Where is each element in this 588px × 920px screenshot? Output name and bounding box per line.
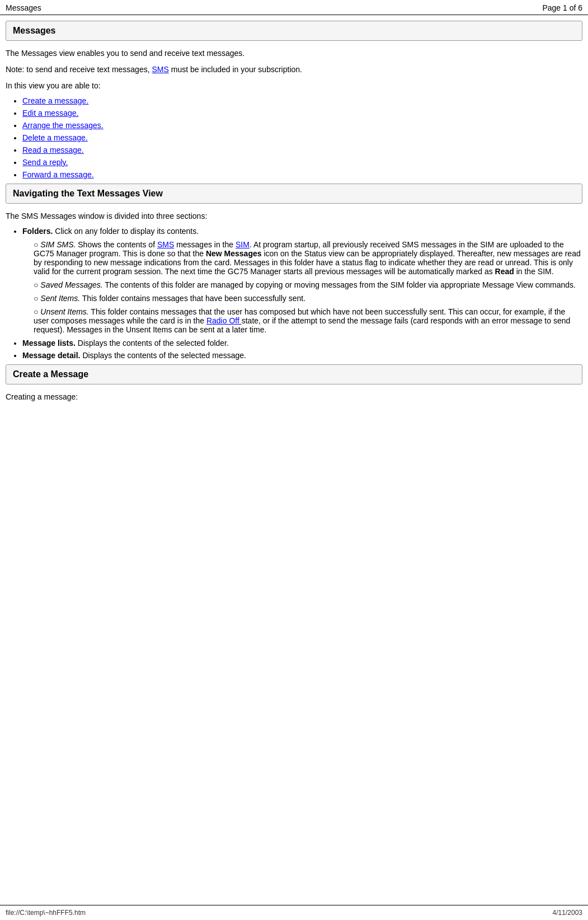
message-lists-desc: Displays the contents of the selected fo…	[76, 339, 229, 348]
saved-messages-item: Saved Messages. The contents of this fol…	[34, 280, 582, 289]
create-heading: Create a Message	[13, 369, 575, 379]
list-item: Create a message.	[22, 96, 582, 105]
new-messages-bold: New Messages	[206, 249, 262, 258]
messages-intro1: The Messages view enables you to send an…	[6, 48, 582, 59]
header-title: Messages	[6, 3, 41, 12]
arrange-messages-link[interactable]: Arrange the messages.	[22, 121, 104, 130]
footer-date: 4/11/2003	[553, 909, 582, 917]
footer-file-path: file://C:\temp\~hhFFF5.htm	[6, 909, 86, 917]
message-detail-label: Message detail.	[22, 351, 81, 360]
page-footer: file://C:\temp\~hhFFF5.htm 4/11/2003	[0, 905, 588, 920]
sim-sms-text2: messages in the	[174, 240, 236, 249]
message-detail-bullet: Message detail. Displays the contents of…	[22, 351, 582, 360]
list-item: Delete a message.	[22, 133, 582, 142]
create-intro: Creating a message:	[6, 391, 582, 403]
navigating-bullet-list: Folders. Click on any folder to display …	[22, 227, 582, 360]
unsent-items-item: Unsent Items. This folder contains messa…	[34, 307, 582, 334]
edit-message-link[interactable]: Edit a message.	[22, 109, 78, 118]
unsent-items-label: Unsent Items.	[40, 307, 88, 316]
sub-folder-list: SIM SMS. Shows the contents of SMS messa…	[34, 240, 582, 334]
message-detail-desc: Displays the contents of the selected me…	[81, 351, 247, 360]
sent-items-item: Sent Items. This folder contains message…	[34, 294, 582, 303]
sms-link-2[interactable]: SMS	[157, 240, 174, 249]
radio-off-link[interactable]: Radio Off	[206, 316, 242, 325]
messages-link-list: Create a message. Edit a message. Arrang…	[22, 96, 582, 179]
sim-sms-item: SIM SMS. Shows the contents of SMS messa…	[34, 240, 582, 276]
navigating-section-box: Navigating the Text Messages View	[6, 184, 582, 204]
read-message-link[interactable]: Read a message.	[22, 145, 84, 154]
create-message-link[interactable]: Create a message.	[22, 96, 88, 105]
sim-link[interactable]: SIM	[236, 240, 250, 249]
list-item: Edit a message.	[22, 109, 582, 118]
navigating-heading: Navigating the Text Messages View	[13, 189, 575, 199]
list-item: Send a reply.	[22, 158, 582, 167]
main-content: Messages The Messages view enables you t…	[0, 15, 588, 441]
page-header: Messages Page 1 of 6	[0, 0, 588, 15]
intro2-suffix: must be included in your subscription.	[169, 65, 302, 74]
folders-desc: Click on any folder to display its conte…	[53, 227, 199, 236]
sim-sms-text5: in the SIM.	[514, 267, 554, 276]
message-lists-label: Message lists.	[22, 339, 76, 348]
saved-messages-text: The contents of this folder are managed …	[103, 280, 576, 289]
sim-sms-label: SIM SMS.	[40, 240, 76, 249]
list-item: Read a message.	[22, 145, 582, 154]
messages-section-box: Messages	[6, 21, 582, 41]
messages-intro2: Note: to send and receive text messages,…	[6, 64, 582, 76]
read-bold: Read	[495, 267, 514, 276]
messages-heading: Messages	[13, 26, 575, 36]
saved-messages-label: Saved Messages.	[40, 280, 102, 289]
intro2-prefix: Note: to send and receive text messages,	[6, 65, 152, 74]
folders-bullet: Folders. Click on any folder to display …	[22, 227, 582, 334]
sent-items-label: Sent Items.	[40, 294, 80, 303]
list-item: Arrange the messages.	[22, 121, 582, 130]
forward-message-link[interactable]: Forward a message.	[22, 170, 94, 179]
folders-label: Folders.	[22, 227, 53, 236]
create-section-box: Create a Message	[6, 364, 582, 384]
sms-link-1[interactable]: SMS	[152, 65, 168, 74]
send-reply-link[interactable]: Send a reply.	[22, 158, 68, 167]
delete-message-link[interactable]: Delete a message.	[22, 133, 88, 142]
message-lists-bullet: Message lists. Displays the contents of …	[22, 339, 582, 348]
sent-items-text: This folder contains messages that have …	[80, 294, 305, 303]
navigating-intro: The SMS Messages window is divided into …	[6, 210, 582, 222]
sim-sms-text1: Shows the contents of	[78, 240, 157, 249]
messages-intro3: In this view you are able to:	[6, 80, 582, 92]
list-item: Forward a message.	[22, 170, 582, 179]
header-page-info: Page 1 of 6	[542, 3, 582, 12]
